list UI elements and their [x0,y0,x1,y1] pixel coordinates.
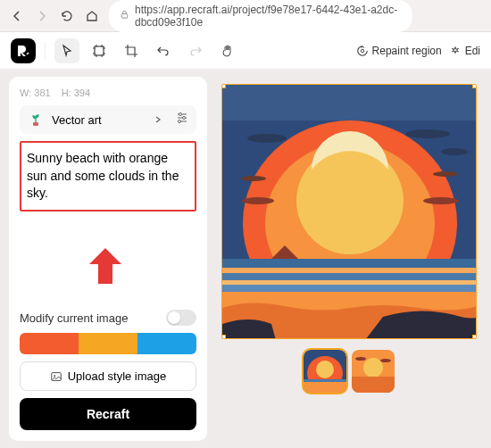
svg-point-16 [441,148,468,155]
svg-rect-34 [352,377,395,393]
edit-button[interactable]: Edi [449,45,480,57]
home-icon[interactable] [84,8,100,24]
svg-rect-23 [222,273,477,280]
resize-handle-tl[interactable] [221,84,226,88]
height-readout: H: 394 [62,87,90,98]
svg-rect-1 [95,46,104,55]
svg-point-20 [433,171,458,177]
sidebar: W: 381 H: 394 Vector art Sunny beach wit… [9,77,207,441]
back-icon[interactable] [9,8,25,24]
svg-rect-10 [222,85,477,120]
svg-point-19 [241,176,266,181]
svg-point-8 [54,375,55,377]
variation-thumb-2[interactable] [352,350,395,393]
upload-label: Upload style image [68,369,167,383]
arrow-annotation [87,246,123,289]
app-logo[interactable] [11,38,36,63]
svg-point-14 [247,134,287,143]
modify-label: Modify current image [20,311,128,325]
svg-point-4 [179,113,182,116]
edit-label: Edi [465,45,480,57]
svg-point-33 [363,358,383,377]
sunset-artwork [222,85,477,339]
forward-icon[interactable] [34,8,50,24]
url-text: https://app.recraft.ai/project/f9e78e17-… [135,4,402,29]
upload-style-button[interactable]: Upload style image [20,361,196,391]
svg-point-17 [242,197,274,204]
svg-point-2 [361,49,364,53]
chevron-right-icon [154,112,162,128]
resize-handle-tr[interactable] [472,84,477,88]
plant-icon [27,111,45,129]
variation-thumb-1[interactable] [304,350,346,393]
svg-rect-22 [222,268,477,273]
svg-rect-0 [121,13,127,18]
resize-handle-bl[interactable] [221,335,226,339]
lock-icon [120,10,129,22]
palette-color-3[interactable] [137,333,196,354]
palette-color-1[interactable] [20,333,79,354]
svg-point-15 [405,129,450,138]
frame-tool[interactable] [87,38,112,63]
svg-point-29 [316,361,334,378]
repaint-label: Repaint region [372,45,442,57]
repaint-region-button[interactable]: Repaint region [356,45,442,57]
cursor-tool[interactable] [54,38,79,63]
crop-tool[interactable] [119,38,144,63]
repaint-icon [356,45,369,57]
svg-point-5 [183,117,186,120]
svg-point-18 [423,197,459,204]
svg-rect-24 [222,280,477,285]
svg-point-6 [179,120,181,123]
pan-tool[interactable] [215,38,240,63]
palette-color-2[interactable] [79,333,137,354]
resize-handle-br[interactable] [472,335,477,339]
url-bar[interactable]: https://app.recraft.ai/project/f9e78e17-… [109,0,412,32]
style-label: Vector art [52,113,146,127]
color-palette[interactable] [20,333,196,354]
style-selector[interactable]: Vector art [20,105,196,134]
image-icon [50,370,62,383]
svg-rect-31 [304,379,346,382]
undo-icon[interactable] [151,38,176,63]
redo-icon[interactable] [183,38,208,63]
recraft-button[interactable]: Recraft [20,398,196,430]
prompt-input[interactable]: Sunny beach with orange sun and some clo… [20,141,196,212]
svg-point-36 [380,359,391,362]
svg-point-35 [355,357,366,361]
modify-toggle[interactable] [166,310,196,326]
generated-image[interactable] [221,84,477,339]
edit-icon [449,45,462,57]
width-readout: W: 381 [20,87,51,98]
refresh-icon[interactable] [59,8,75,24]
sliders-icon[interactable] [175,111,189,129]
svg-rect-3 [33,122,38,126]
